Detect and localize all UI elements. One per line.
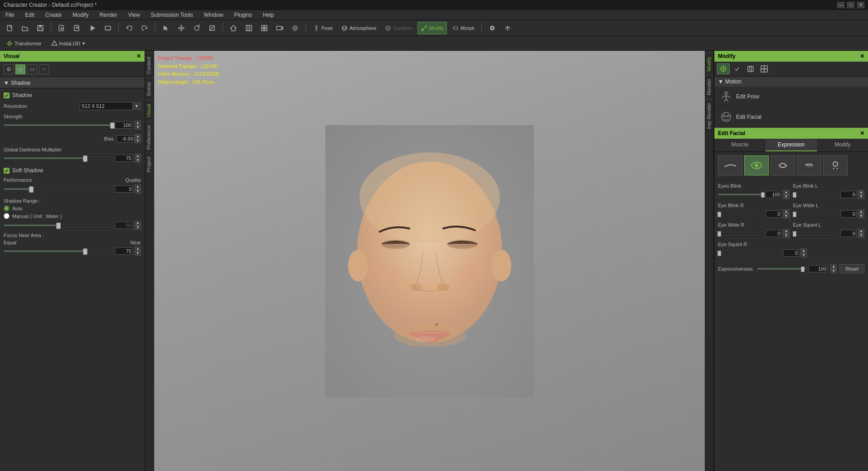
eye-squint-r-input[interactable] bbox=[783, 249, 799, 257]
expressiveness-track[interactable] bbox=[757, 268, 806, 270]
auto-radio[interactable] bbox=[4, 205, 10, 211]
close-button[interactable]: ✕ bbox=[857, 2, 864, 8]
menu-view[interactable]: View bbox=[126, 11, 142, 19]
motion-collapse-icon[interactable]: ▼ bbox=[718, 78, 723, 85]
esr-down[interactable]: ▼ bbox=[800, 253, 807, 257]
window-controls[interactable]: — □ ✕ bbox=[837, 2, 864, 8]
ebr-down[interactable]: ▼ bbox=[783, 214, 790, 219]
strength-slider-track[interactable] bbox=[4, 124, 113, 126]
eyes-blink-input[interactable] bbox=[766, 191, 782, 198]
undo-button[interactable] bbox=[122, 22, 136, 34]
manual-down[interactable]: ▼ bbox=[135, 225, 141, 230]
global-darkness-slider-track[interactable] bbox=[4, 157, 113, 159]
export2-button[interactable] bbox=[501, 22, 514, 34]
side-tab-scene[interactable]: Scene bbox=[145, 78, 154, 100]
bias-input[interactable] bbox=[116, 135, 135, 142]
minimize-button[interactable]: — bbox=[837, 2, 844, 8]
character-viewport[interactable] bbox=[154, 51, 705, 471]
visual-icon-person[interactable]: ♂ bbox=[39, 64, 49, 74]
eye-squint-l-input[interactable] bbox=[840, 230, 857, 237]
eye-squint-l-thumb[interactable] bbox=[793, 231, 796, 237]
open-button[interactable] bbox=[18, 22, 32, 34]
focus-input[interactable] bbox=[115, 248, 133, 255]
visual-icon-settings[interactable]: ⚙ bbox=[4, 64, 14, 74]
gd-up[interactable]: ▲ bbox=[135, 154, 141, 158]
eye-squint-r-track[interactable] bbox=[718, 252, 781, 254]
facial-icon-nose[interactable] bbox=[823, 155, 848, 175]
right-icon-2[interactable] bbox=[731, 63, 743, 74]
reset-button[interactable]: Reset bbox=[839, 264, 864, 273]
focus-down[interactable]: ▼ bbox=[135, 251, 141, 256]
expr-down[interactable]: ▼ bbox=[830, 269, 837, 273]
focus-slider-track[interactable] bbox=[4, 250, 113, 252]
menu-help[interactable]: Help bbox=[261, 11, 276, 19]
view-frame[interactable] bbox=[242, 22, 256, 34]
light-button[interactable] bbox=[288, 22, 302, 34]
conform-button[interactable]: Conform bbox=[381, 22, 415, 34]
redo-button[interactable] bbox=[138, 22, 151, 34]
side-tab-visual[interactable]: Visual bbox=[145, 100, 154, 121]
menu-edit[interactable]: Edit bbox=[23, 11, 36, 19]
scale-button[interactable] bbox=[205, 22, 219, 34]
smart-button[interactable] bbox=[485, 22, 499, 34]
qual-down[interactable]: ▼ bbox=[135, 189, 141, 194]
right-icon-1[interactable] bbox=[717, 63, 730, 74]
right-side-tab-modify[interactable]: Modify bbox=[705, 53, 713, 75]
menu-window[interactable]: Window bbox=[202, 11, 225, 19]
global-darkness-input[interactable] bbox=[115, 155, 133, 162]
modify-toolbar-button[interactable]: Modify bbox=[417, 22, 447, 34]
menu-plugins[interactable]: Plugins bbox=[232, 11, 253, 19]
atmosphere-button[interactable]: Atmosphere bbox=[338, 22, 379, 34]
eye-wide-l-input[interactable] bbox=[840, 210, 857, 218]
side-tab-preference[interactable]: Preference bbox=[145, 121, 154, 153]
bias-up[interactable]: ▲ bbox=[135, 134, 141, 139]
ewl-down[interactable]: ▼ bbox=[858, 214, 864, 219]
right-icon-3[interactable] bbox=[744, 63, 757, 74]
instalod-button[interactable]: InstaLOD ▼ bbox=[48, 37, 89, 50]
eye-squint-r-thumb[interactable] bbox=[718, 251, 721, 256]
play-button[interactable] bbox=[86, 22, 99, 34]
shadow-collapse-icon[interactable]: ▼ bbox=[4, 80, 9, 86]
edit-facial-motion-button[interactable]: Edit Facial bbox=[714, 107, 868, 127]
eye-blink-l-input[interactable] bbox=[840, 191, 857, 198]
esl-down[interactable]: ▼ bbox=[858, 233, 864, 238]
menu-submission-tools[interactable]: Submission Tools bbox=[149, 11, 195, 19]
eye-wide-l-track[interactable] bbox=[793, 213, 839, 215]
render-button[interactable] bbox=[101, 22, 115, 34]
manual-up[interactable]: ▲ bbox=[135, 221, 141, 225]
export-button[interactable] bbox=[70, 22, 84, 34]
facial-icon-eye[interactable] bbox=[744, 155, 769, 175]
side-tab-content[interactable]: Content bbox=[145, 53, 154, 78]
right-side-tab-render[interactable]: Render bbox=[705, 75, 713, 99]
pose-button[interactable]: Pose bbox=[310, 22, 336, 34]
facial-tab-muscle[interactable]: Muscle bbox=[714, 139, 766, 151]
expressiveness-thumb[interactable] bbox=[801, 267, 805, 272]
eye-wide-r-track[interactable] bbox=[718, 233, 764, 234]
eye-blink-l-thumb[interactable] bbox=[793, 192, 796, 198]
ebl-up[interactable]: ▲ bbox=[858, 190, 864, 194]
focus-up[interactable]: ▲ bbox=[135, 247, 141, 251]
expressiveness-input[interactable] bbox=[809, 265, 828, 272]
rotate-button[interactable] bbox=[190, 22, 204, 34]
eye-blink-r-input[interactable] bbox=[766, 210, 782, 218]
facial-icon-brow[interactable] bbox=[718, 155, 742, 175]
facial-tab-expression[interactable]: Expression bbox=[766, 139, 817, 151]
esl-up[interactable]: ▲ bbox=[858, 229, 864, 233]
right-side-tab-iray[interactable]: Iray Render bbox=[705, 99, 713, 132]
gd-down[interactable]: ▼ bbox=[135, 158, 141, 163]
manual-input[interactable] bbox=[115, 222, 133, 229]
right-icon-4[interactable] bbox=[758, 63, 771, 74]
menu-file[interactable]: File bbox=[4, 11, 16, 19]
menu-modify[interactable]: Modify bbox=[71, 11, 90, 19]
resolution-dropdown-arrow[interactable]: ▼ bbox=[133, 102, 141, 110]
viewport[interactable]: Project Triangle : 130556 Selected Trian… bbox=[154, 51, 705, 471]
ebr-up[interactable]: ▲ bbox=[783, 209, 790, 214]
facial-icon-ear[interactable] bbox=[771, 155, 795, 175]
eyes-blink-track[interactable] bbox=[718, 194, 764, 195]
quality-slider-track[interactable] bbox=[4, 188, 113, 190]
edit-pose-button[interactable]: Edit Pose bbox=[714, 87, 868, 107]
move-button[interactable] bbox=[175, 22, 188, 34]
visual-icon-screen[interactable]: ▭ bbox=[27, 64, 37, 74]
visual-icon-eye[interactable]: ◎ bbox=[15, 64, 25, 74]
menu-render[interactable]: Render bbox=[97, 11, 119, 19]
